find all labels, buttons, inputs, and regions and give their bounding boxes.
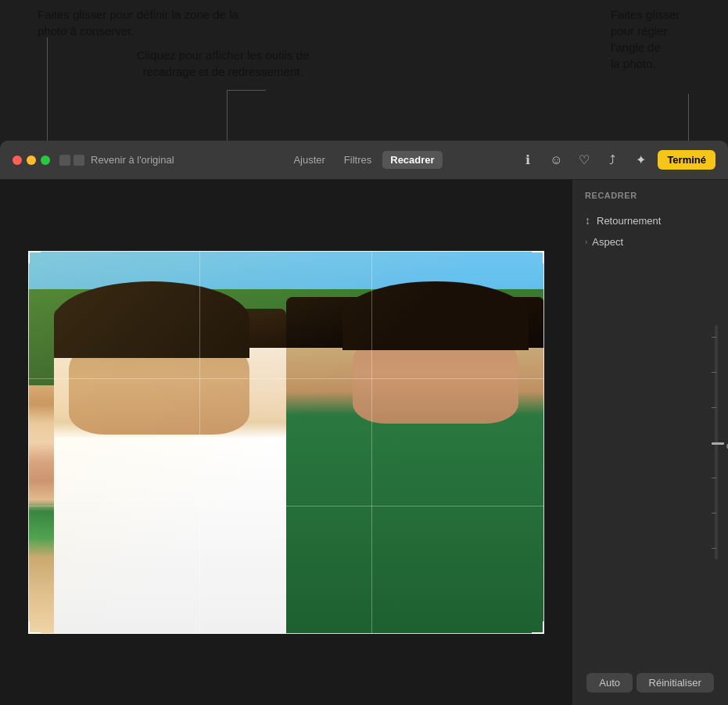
crop-corner-bl[interactable] [28, 621, 41, 634]
aspect-label: Aspect [592, 236, 623, 248]
tick-line-5 [712, 407, 716, 408]
annotation-top-center: Cliquez pour afficher les outils derecad… [102, 47, 344, 80]
panel-header: RECADRER [572, 180, 728, 206]
angle-slider[interactable]: 15 10 5 0 -5 -10 -15 [705, 242, 728, 642]
retournement-item[interactable]: ↕ Retournement [572, 209, 728, 231]
photo-container[interactable] [28, 251, 544, 634]
tab-ajuster[interactable]: Ajuster [285, 151, 332, 169]
reinitialiser-button[interactable]: Réinitialiser [637, 673, 714, 692]
annotation-top-right-text: Faites glisserpour réglerl'angle dela ph… [611, 8, 680, 70]
tick-line-neg10 [712, 513, 716, 514]
info-button[interactable]: ℹ [517, 149, 539, 171]
emoji-button[interactable]: ☺ [545, 149, 567, 171]
callout-line-topcenter-h [227, 90, 266, 91]
tab-filtres[interactable]: Filtres [336, 151, 379, 169]
share-button[interactable]: ⤴ [601, 149, 623, 171]
window-icons [59, 155, 84, 166]
toolbar-tabs: Ajuster Filtres Recadrer [285, 151, 442, 169]
photo-area [0, 180, 572, 705]
callout-line-topleft-v [47, 38, 48, 147]
panel-bottom-buttons: Auto Réinitialiser [572, 673, 728, 692]
angle-handle[interactable] [712, 442, 724, 445]
window-icon-1 [59, 155, 70, 166]
main-content: RECADRER ↕ Retournement › Aspect 15 10 [0, 180, 728, 705]
crop-corner-tl[interactable] [28, 251, 41, 263]
crop-corner-tr[interactable] [532, 251, 544, 263]
tick-line-15 [712, 337, 716, 338]
callout-line-topright-v [688, 94, 689, 142]
auto-button[interactable]: Auto [586, 673, 633, 692]
traffic-light-red[interactable] [13, 156, 22, 165]
tick-line-neg15 [712, 548, 716, 549]
retournement-label: Retournement [597, 215, 661, 227]
app-window: Revenir à l'original Ajuster Filtres Rec… [0, 141, 728, 705]
toolbar: Revenir à l'original Ajuster Filtres Rec… [0, 141, 728, 180]
photo-image [28, 251, 544, 634]
traffic-light-green[interactable] [41, 156, 50, 165]
tick-line-10 [712, 372, 716, 373]
tick-line-neg5 [712, 478, 716, 478]
window-icon-2 [74, 155, 84, 166]
aspect-chevron: › [585, 238, 587, 246]
heart-button[interactable]: ♡ [573, 149, 595, 171]
traffic-lights [13, 156, 50, 165]
retournement-icon: ↕ [585, 214, 590, 227]
magic-button[interactable]: ✦ [629, 149, 651, 171]
traffic-light-yellow[interactable] [27, 156, 36, 165]
termine-button[interactable]: Terminé [658, 150, 715, 170]
revert-button[interactable]: Revenir à l'original [91, 154, 174, 166]
annotation-top-left-text: Faites glisser pour définir la zone de l… [38, 8, 238, 38]
tab-recadrer[interactable]: Recadrer [382, 151, 442, 169]
annotation-top-left: Faites glisser pour définir la zone de l… [38, 6, 256, 39]
right-panel: RECADRER ↕ Retournement › Aspect 15 10 [572, 180, 728, 705]
annotation-top-center-text: Cliquez pour afficher les outils derecad… [137, 48, 310, 78]
toolbar-right: ℹ ☺ ♡ ⤴ ✦ Terminé [517, 149, 715, 171]
angle-track: 15 10 5 0 -5 -10 -15 [715, 325, 718, 560]
callout-line-topcenter-v [227, 90, 228, 149]
annotation-top-right: Faites glisserpour réglerl'angle dela ph… [611, 6, 720, 72]
crop-corner-br[interactable] [532, 621, 544, 634]
